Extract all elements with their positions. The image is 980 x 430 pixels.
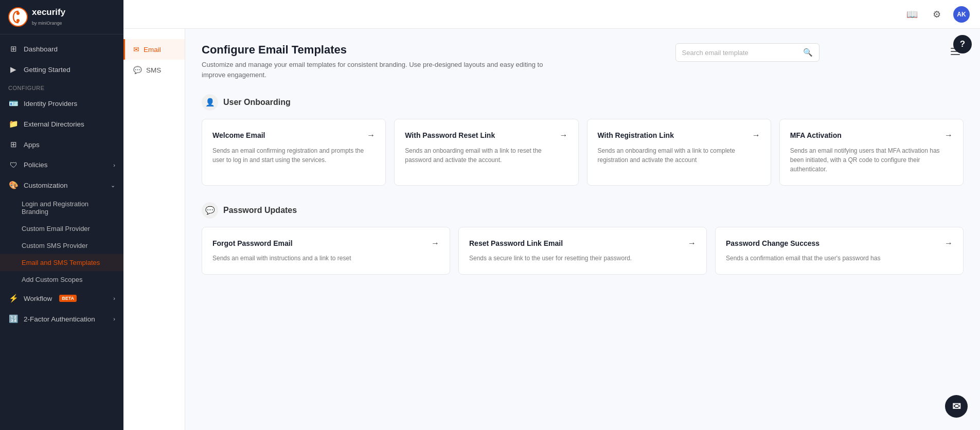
card-password-reset-link-title: With Password Reset Link bbox=[405, 131, 555, 141]
main-content: Configure Email Templates Customize and … bbox=[185, 29, 980, 430]
svg-point-1 bbox=[16, 12, 20, 15]
card-registration-link[interactable]: With Registration Link → Sends an onboar… bbox=[587, 119, 771, 186]
logo-area: xecurify by miniOrange bbox=[0, 0, 123, 34]
card-reset-password-link[interactable]: Reset Password Link Email → Sends a secu… bbox=[458, 227, 707, 275]
sidebar-item-external-directories[interactable]: 📁 External Directories bbox=[0, 114, 123, 134]
chat-fab-button[interactable]: ✉ bbox=[945, 395, 968, 418]
search-icon: 🔍 bbox=[803, 48, 813, 57]
search-input[interactable] bbox=[682, 49, 799, 57]
card-arrow-icon: → bbox=[367, 131, 375, 140]
card-registration-link-desc: Sends an onboarding email with a link to… bbox=[598, 146, 760, 165]
identity-icon: 🪪 bbox=[8, 99, 19, 108]
workflow-chevron: › bbox=[113, 295, 115, 301]
card-forgot-password-header: Forgot Password Email → bbox=[212, 239, 439, 249]
sidebar-nav: ⊞ Dashboard ▶ Getting Started Configure … bbox=[0, 34, 123, 430]
sidebar-item-dashboard[interactable]: ⊞ Dashboard bbox=[0, 39, 123, 59]
email-icon: ✉ bbox=[133, 45, 139, 53]
sidebar: xecurify by miniOrange ⊞ Dashboard ▶ Get… bbox=[0, 0, 123, 430]
sidebar-item-policies[interactable]: 🛡 Policies › bbox=[0, 155, 123, 175]
user-onboarding-cards: Welcome Email → Sends an email confirmin… bbox=[202, 119, 964, 186]
card-password-reset-link-desc: Sends an onboarding email with a link to… bbox=[405, 146, 567, 165]
dashboard-icon: ⊞ bbox=[8, 44, 19, 53]
sidebar-item-2fa[interactable]: 🔢 2-Factor Authentication › bbox=[0, 309, 123, 329]
main-area: 📖 ⚙ AK ✉ Email 💬 SMS Configure Email Tem… bbox=[123, 0, 980, 430]
card-forgot-password-desc: Sends an email with instructions and a l… bbox=[212, 254, 439, 263]
policies-chevron: › bbox=[113, 162, 115, 168]
sidebar-item-identity-providers[interactable]: 🪪 Identity Providers bbox=[0, 93, 123, 114]
card-reset-password-link-desc: Sends a secure link to the user for rese… bbox=[469, 254, 696, 263]
sms-icon: 💬 bbox=[133, 66, 142, 74]
logo-text-area: xecurify by miniOrange bbox=[32, 7, 65, 27]
card-forgot-password-title: Forgot Password Email bbox=[212, 239, 427, 249]
book-icon[interactable]: 📖 bbox=[904, 6, 920, 23]
folder-icon: 📁 bbox=[8, 119, 19, 129]
logo-sub: by miniOrange bbox=[32, 21, 62, 26]
configure-label: Configure bbox=[0, 80, 123, 93]
hamburger-line-3 bbox=[951, 54, 960, 55]
sidebar-sub-add-custom-scopes[interactable]: Add Custom Scopes bbox=[0, 271, 123, 288]
card-arrow-icon: → bbox=[560, 131, 568, 140]
card-password-reset-link[interactable]: With Password Reset Link → Sends an onbo… bbox=[394, 119, 578, 186]
sidebar-item-label: External Directories bbox=[24, 120, 84, 128]
title-block: Configure Email Templates Customize and … bbox=[202, 43, 551, 80]
sidebar-item-customization[interactable]: 🎨 Customization ⌄ bbox=[0, 175, 123, 195]
card-welcome-email-desc: Sends an email confirming registration a… bbox=[212, 146, 375, 165]
sidebar-sub-email-sms-templates[interactable]: Email and SMS Templates bbox=[0, 254, 123, 271]
card-arrow-icon: → bbox=[945, 239, 953, 248]
beta-badge: BETA bbox=[59, 295, 77, 302]
card-mfa-activation-desc: Sends an email notifying users that MFA … bbox=[790, 146, 953, 174]
sidebar-item-label: Identity Providers bbox=[24, 100, 77, 107]
user-onboarding-title: 👤 User Onboarding bbox=[202, 94, 964, 111]
card-password-change-success-desc: Sends a confirmation email that the user… bbox=[726, 254, 953, 263]
card-arrow-icon: → bbox=[945, 131, 953, 140]
card-mfa-activation-header: MFA Activation → bbox=[790, 131, 953, 141]
card-password-change-success[interactable]: Password Change Success → Sends a confir… bbox=[715, 227, 964, 275]
content-header: Configure Email Templates Customize and … bbox=[202, 43, 964, 80]
sidebar-sub-custom-email[interactable]: Custom Email Provider bbox=[0, 220, 123, 237]
sidebar-item-label: Policies bbox=[24, 161, 48, 169]
user-onboarding-section: 👤 User Onboarding Welcome Email → Sends … bbox=[202, 94, 964, 186]
password-updates-section: 💬 Password Updates Forgot Password Email… bbox=[202, 202, 964, 275]
sidebar-item-workflow[interactable]: ⚡ Workflow BETA › bbox=[0, 288, 123, 309]
sidebar-item-label: 2-Factor Authentication bbox=[24, 315, 95, 323]
card-registration-link-header: With Registration Link → bbox=[598, 131, 760, 141]
card-mfa-activation-title: MFA Activation bbox=[790, 131, 940, 141]
topbar: 📖 ⚙ AK bbox=[123, 0, 980, 29]
left-panel-email[interactable]: ✉ Email bbox=[123, 39, 185, 60]
card-welcome-email-title: Welcome Email bbox=[212, 131, 363, 141]
password-updates-title: 💬 Password Updates bbox=[202, 202, 964, 219]
page-description: Customize and manage your email template… bbox=[202, 60, 551, 80]
sidebar-item-label: Customization bbox=[24, 182, 68, 189]
left-panel-sms[interactable]: 💬 SMS bbox=[123, 60, 185, 80]
page-title: Configure Email Templates bbox=[202, 43, 551, 57]
sidebar-item-getting-started[interactable]: ▶ Getting Started bbox=[0, 59, 123, 80]
svg-point-0 bbox=[9, 8, 27, 26]
card-registration-link-title: With Registration Link bbox=[598, 131, 748, 141]
settings-icon[interactable]: ⚙ bbox=[929, 6, 945, 23]
user-onboarding-label: User Onboarding bbox=[223, 98, 291, 107]
shield-icon: 🛡 bbox=[8, 160, 19, 169]
sms-label: SMS bbox=[146, 66, 161, 74]
workflow-icon: ⚡ bbox=[8, 294, 19, 303]
user-onboarding-icon: 👤 bbox=[202, 94, 218, 111]
card-password-change-success-title: Password Change Success bbox=[726, 239, 940, 249]
customization-chevron: ⌄ bbox=[111, 182, 115, 189]
content-area: ✉ Email 💬 SMS Configure Email Templates … bbox=[123, 29, 980, 430]
sidebar-sub-login-branding[interactable]: Login and Registration Branding bbox=[0, 195, 123, 220]
customization-icon: 🎨 bbox=[8, 181, 19, 190]
help-question-button[interactable]: ? bbox=[953, 35, 972, 53]
svg-point-2 bbox=[16, 19, 20, 22]
password-updates-cards: Forgot Password Email → Sends an email w… bbox=[202, 227, 964, 275]
sidebar-sub-custom-sms[interactable]: Custom SMS Provider bbox=[0, 237, 123, 254]
card-welcome-email[interactable]: Welcome Email → Sends an email confirmin… bbox=[202, 119, 386, 186]
card-forgot-password[interactable]: Forgot Password Email → Sends an email w… bbox=[202, 227, 450, 275]
card-mfa-activation[interactable]: MFA Activation → Sends an email notifyin… bbox=[779, 119, 964, 186]
logo-icon bbox=[8, 7, 28, 27]
sidebar-item-label: Apps bbox=[24, 141, 40, 149]
sidebar-item-label: Dashboard bbox=[24, 45, 58, 53]
password-updates-icon: 💬 bbox=[202, 202, 218, 219]
card-arrow-icon: → bbox=[688, 239, 696, 248]
sidebar-item-apps[interactable]: ⊞ Apps bbox=[0, 134, 123, 155]
twofa-chevron: › bbox=[113, 316, 115, 322]
user-avatar[interactable]: AK bbox=[953, 6, 970, 23]
